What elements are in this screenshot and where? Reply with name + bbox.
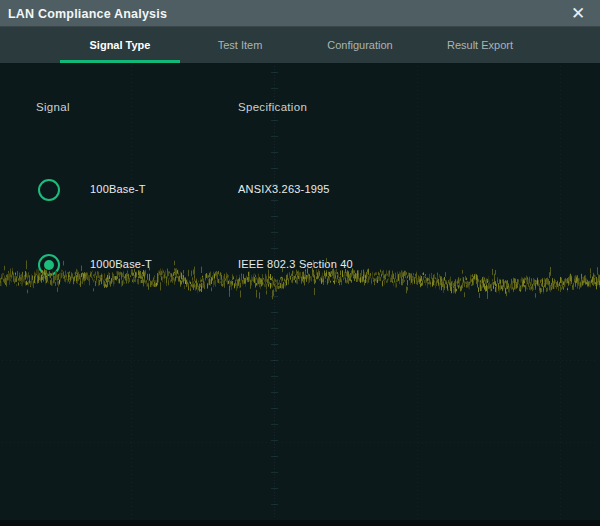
- signal-specification: IEEE 802.3 Section 40: [238, 258, 353, 270]
- tab-configuration[interactable]: Configuration: [300, 27, 420, 63]
- table-row-1000base-t[interactable]: 1000Base-T IEEE 802.3 Section 40: [0, 253, 600, 277]
- dialog-titlebar: LAN Compliance Analysis ✕: [0, 0, 600, 27]
- radio-dot: [44, 185, 54, 195]
- radio-100base-t[interactable]: [38, 179, 60, 201]
- column-header-specification: Specification: [238, 101, 307, 113]
- tab-label: Test Item: [218, 39, 263, 51]
- radio-dot: [44, 260, 54, 270]
- screen-bottom-edge: [0, 520, 600, 526]
- tab-label: Result Export: [447, 39, 513, 51]
- dialog-title: LAN Compliance Analysis: [8, 7, 167, 21]
- signal-name: 100Base-T: [90, 183, 146, 195]
- signal-name: 1000Base-T: [90, 258, 152, 270]
- tab-result-export[interactable]: Result Export: [420, 27, 540, 63]
- signal-specification: ANSIX3.263-1995: [238, 183, 330, 195]
- table-row-100base-t[interactable]: 100Base-T ANSIX3.263-1995: [0, 178, 600, 202]
- oscilloscope-screen: LAN Compliance Analysis ✕ Signal Type Te…: [0, 0, 600, 526]
- radio-1000base-t[interactable]: [38, 254, 60, 276]
- tab-signal-type[interactable]: Signal Type: [60, 27, 180, 63]
- dialog-body: Signal Specification 100Base-T ANSIX3.26…: [0, 63, 600, 520]
- tab-label: Configuration: [327, 39, 392, 51]
- tab-label: Signal Type: [90, 39, 151, 51]
- close-icon[interactable]: ✕: [566, 0, 590, 27]
- tab-bar: Signal Type Test Item Configuration Resu…: [0, 27, 600, 63]
- column-header-signal: Signal: [36, 101, 70, 113]
- tab-test-item[interactable]: Test Item: [180, 27, 300, 63]
